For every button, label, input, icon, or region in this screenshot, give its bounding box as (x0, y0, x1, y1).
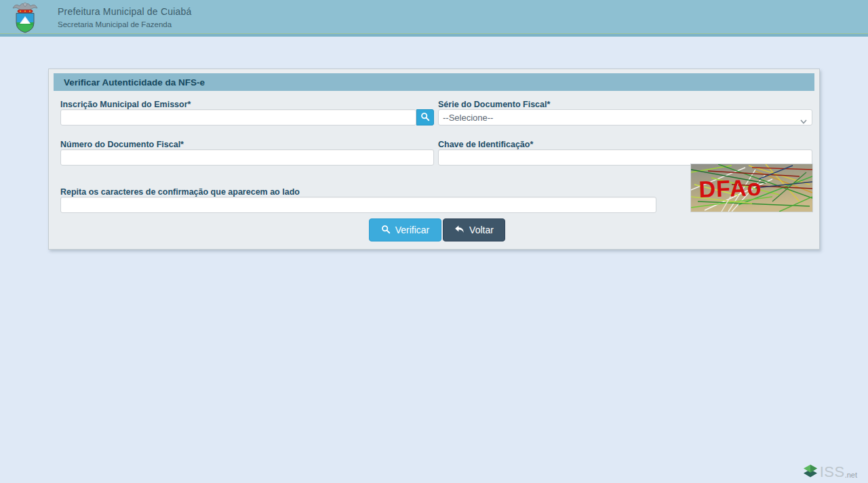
verify-button-label: Verificar (395, 225, 430, 235)
captcha-answer-input[interactable] (60, 197, 656, 213)
header-bottom-strip (0, 33, 868, 37)
chave-label: Chave de Identificação* (438, 140, 533, 149)
back-button[interactable]: Voltar (443, 218, 505, 242)
numero-label: Número do Documento Fiscal* (60, 140, 184, 149)
panel-titlebar: Verificar Autenticidade da NFS-e (54, 73, 814, 91)
back-arrow-icon (454, 225, 465, 236)
button-row: Verificar Voltar (369, 218, 505, 242)
inscricao-label: Inscrição Municipal do Emissor* (60, 100, 191, 109)
verify-button[interactable]: Verificar (369, 218, 441, 242)
numero-input[interactable] (60, 149, 434, 166)
cuiaba-coat-of-arms-icon (12, 1, 39, 37)
org-title: Prefeitura Municipal de Cuiabá (58, 6, 191, 17)
serie-select-wrap: --Selecione-- (438, 109, 812, 125)
search-icon (420, 112, 430, 123)
org-subtitle: Secretaria Municipal de Fazenda (58, 20, 172, 28)
panel-title: Verificar Autenticidade da NFS-e (64, 77, 205, 88)
captcha-answer-label: Repita os caracteres de confirmação que … (60, 187, 300, 197)
issnet-layers-icon (803, 464, 818, 481)
serie-select[interactable]: --Selecione-- (438, 109, 812, 125)
brand-name: ISS (820, 463, 845, 481)
captcha-text: DFAo (698, 174, 762, 202)
inscricao-input[interactable] (60, 109, 416, 125)
header-bar: Prefeitura Municipal de Cuiabá Secretari… (0, 0, 868, 33)
captcha-image: DFAo (690, 163, 813, 212)
verify-nfse-panel: Verificar Autenticidade da NFS-e Inscriç… (48, 69, 820, 250)
brand-suffix: .net (845, 471, 857, 479)
issnet-brand: ISS .net (803, 463, 857, 481)
search-icon (381, 225, 391, 236)
back-button-label: Voltar (469, 225, 494, 235)
inscricao-search-button[interactable] (416, 109, 434, 125)
serie-label: Série do Documento Fiscal* (438, 100, 550, 109)
